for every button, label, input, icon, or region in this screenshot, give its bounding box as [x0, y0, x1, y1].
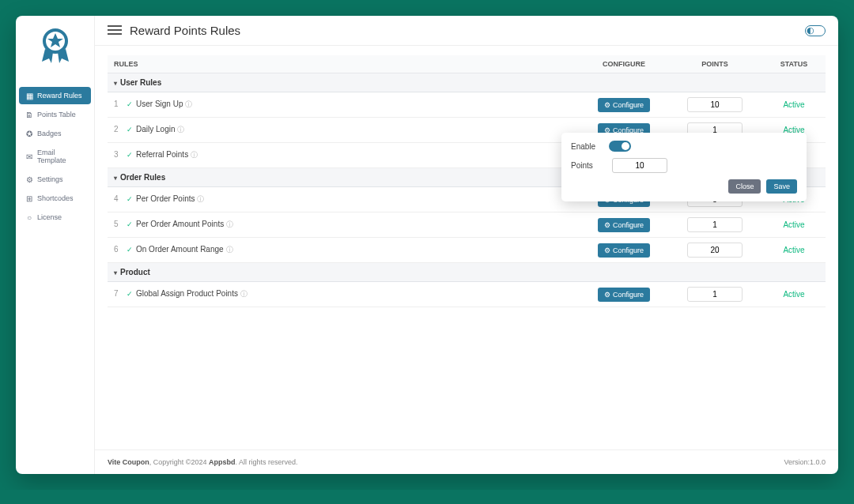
rule-label: Per Order Points	[136, 194, 195, 203]
check-icon: ✓	[127, 100, 133, 108]
enable-toggle[interactable]	[609, 141, 631, 152]
popover-points-input[interactable]	[612, 158, 667, 173]
sidebar-item-label: Shortcodes	[37, 194, 74, 202]
points-table-icon: 🗎	[25, 111, 33, 118]
footer-app: Vite Coupon	[108, 458, 149, 466]
settings-icon: ⚙	[25, 175, 33, 183]
status-badge: Active	[783, 246, 804, 254]
page-title: Reward Points Rules	[130, 24, 805, 37]
configure-button[interactable]: Configure	[598, 243, 650, 258]
row-number: 4	[114, 194, 125, 203]
points-input[interactable]	[687, 97, 743, 112]
group-row[interactable]: ▾User Rules	[108, 73, 826, 92]
footer: Vite Coupon, Copyright ©2024 Appsbd. All…	[95, 449, 838, 474]
check-icon: ✓	[127, 151, 133, 159]
menu-icon[interactable]	[108, 24, 122, 37]
status-badge: Active	[783, 100, 804, 109]
points-input[interactable]	[687, 287, 743, 302]
points-input[interactable]	[687, 243, 743, 258]
col-configure: CONFIGURE	[580, 55, 667, 73]
info-icon[interactable]: ⓘ	[191, 151, 198, 159]
group-name: Product	[120, 268, 150, 276]
sidebar-nav: ▦Reward Rules🗎Points Table✪Badges✉Email …	[16, 87, 94, 226]
check-icon: ✓	[127, 126, 133, 134]
status-badge: Active	[783, 290, 804, 299]
row-number: 5	[114, 220, 125, 228]
col-status: STATUS	[762, 55, 826, 73]
group-row[interactable]: ▾Product	[108, 263, 826, 282]
sidebar-item-label: Badges	[37, 130, 62, 137]
info-icon[interactable]: ⓘ	[226, 220, 233, 228]
footer-version: 1.0.0	[810, 458, 826, 466]
check-icon: ✓	[127, 246, 133, 254]
caret-down-icon: ▾	[114, 80, 117, 87]
shortcodes-icon: ⊞	[25, 194, 33, 202]
caret-down-icon: ▾	[114, 175, 117, 182]
rule-label: Per Order Amount Points	[136, 220, 224, 228]
configure-button[interactable]: Configure	[598, 218, 650, 232]
sidebar-item-label: Points Table	[37, 111, 76, 118]
rule-label: Global Assign Product Points	[136, 289, 238, 298]
table-row: 1✓User Sign UpⓘConfigureActive	[108, 92, 826, 118]
configure-button[interactable]: Configure	[598, 98, 650, 112]
points-input[interactable]	[687, 217, 743, 232]
row-number: 3	[114, 150, 125, 159]
info-icon[interactable]: ⓘ	[226, 246, 233, 254]
save-button[interactable]: Save	[766, 179, 797, 194]
sidebar-item-label: Email Template	[37, 149, 85, 164]
rule-label: Daily Login	[136, 125, 175, 134]
sidebar-item-label: Reward Rules	[37, 92, 82, 100]
footer-company: Appsbd	[209, 458, 236, 466]
sidebar-item-settings[interactable]: ⚙Settings	[19, 171, 91, 188]
rule-label: On Order Amount Range	[136, 245, 224, 254]
table-row: 5✓Per Order Amount PointsⓘConfigureActiv…	[108, 213, 826, 238]
sidebar-item-license[interactable]: ○License	[19, 209, 91, 226]
points-label: Points	[571, 161, 609, 170]
rule-label: User Sign Up	[136, 100, 183, 108]
group-name: User Rules	[120, 78, 161, 87]
sidebar-item-points-table[interactable]: 🗎Points Table	[19, 106, 91, 123]
sidebar: ▦Reward Rules🗎Points Table✪Badges✉Email …	[16, 16, 95, 474]
rule-label: Referral Points	[136, 150, 188, 159]
configure-popover: Enable Points Close Save	[561, 133, 807, 201]
check-icon: ✓	[127, 195, 133, 203]
logo	[36, 24, 75, 71]
header: Reward Points Rules	[95, 16, 838, 46]
email-template-icon: ✉	[25, 152, 33, 160]
reward-rules-icon: ▦	[25, 92, 33, 100]
license-icon: ○	[25, 213, 33, 221]
sidebar-item-label: License	[37, 213, 62, 221]
row-number: 1	[114, 100, 125, 108]
table-row: 7✓Global Assign Product PointsⓘConfigure…	[108, 282, 826, 307]
theme-toggle[interactable]	[805, 25, 826, 36]
sidebar-item-shortcodes[interactable]: ⊞Shortcodes	[19, 190, 91, 207]
configure-button[interactable]: Configure	[598, 288, 650, 302]
sidebar-item-label: Settings	[37, 175, 63, 183]
sidebar-item-reward-rules[interactable]: ▦Reward Rules	[19, 87, 91, 104]
group-name: Order Rules	[120, 173, 165, 182]
table-row: 6✓On Order Amount RangeⓘConfigureActive	[108, 238, 826, 263]
info-icon[interactable]: ⓘ	[185, 100, 192, 108]
sidebar-item-email-template[interactable]: ✉Email Template	[19, 144, 91, 169]
info-icon[interactable]: ⓘ	[197, 195, 204, 203]
enable-label: Enable	[571, 142, 609, 151]
sidebar-item-badges[interactable]: ✪Badges	[19, 125, 91, 142]
col-rules: RULES	[108, 55, 580, 73]
close-button[interactable]: Close	[728, 179, 761, 194]
info-icon[interactable]: ⓘ	[177, 126, 184, 134]
check-icon: ✓	[127, 220, 133, 228]
check-icon: ✓	[127, 290, 133, 298]
status-badge: Active	[783, 220, 804, 229]
col-points: POINTS	[667, 55, 762, 73]
row-number: 6	[114, 245, 125, 254]
caret-down-icon: ▾	[114, 269, 117, 276]
info-icon[interactable]: ⓘ	[240, 290, 248, 298]
row-number: 7	[114, 289, 125, 298]
row-number: 2	[114, 125, 125, 134]
badges-icon: ✪	[25, 130, 33, 137]
